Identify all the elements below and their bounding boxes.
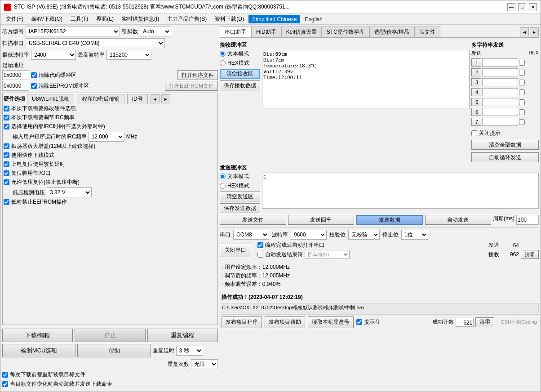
multi-hex-3[interactable] bbox=[519, 80, 525, 85]
multi-hex-6[interactable] bbox=[519, 109, 525, 115]
clear-success-button[interactable]: 清零 bbox=[475, 317, 494, 327]
menu-tools[interactable]: 工具(T) bbox=[67, 14, 92, 24]
multi-input-7[interactable] bbox=[482, 118, 518, 126]
recv-textarea[interactable]: Dis:89cm Dis:7cm Temperature:18.3℃ Volt:… bbox=[262, 50, 470, 108]
hw-check-7[interactable] bbox=[4, 179, 9, 185]
check-reload[interactable] bbox=[2, 372, 8, 378]
send-text-radio[interactable] bbox=[220, 174, 226, 179]
pin-select[interactable]: Auto bbox=[140, 27, 171, 36]
auto-loop-button[interactable]: 自动循环发送 bbox=[471, 152, 539, 162]
reprogram-button[interactable]: 重复编程 bbox=[147, 329, 218, 342]
multi-input-1[interactable] bbox=[482, 58, 518, 67]
read-hw-button[interactable]: 读取本机硬盘号 bbox=[308, 316, 354, 328]
download-button[interactable]: 下载/编程 bbox=[2, 329, 73, 342]
save-recv-button[interactable]: 保存接收数据 bbox=[220, 80, 260, 90]
send-return-button[interactable]: 发送回车 bbox=[288, 215, 355, 225]
minimize-button[interactable]: — bbox=[507, 3, 515, 11]
clear-eeprom-check[interactable] bbox=[31, 83, 37, 89]
hw-tab2[interactable]: 程序加密后传输 bbox=[77, 94, 124, 104]
menu-simplified-chinese[interactable]: Simplified Chinese bbox=[248, 15, 300, 23]
auto-open-check[interactable] bbox=[257, 242, 263, 248]
menu-file[interactable]: 文件(F) bbox=[2, 14, 27, 24]
hw-check-0[interactable] bbox=[4, 106, 9, 111]
hw-check-3[interactable] bbox=[4, 143, 9, 149]
port-select[interactable]: COM8 bbox=[233, 230, 269, 240]
hw-nav-right[interactable]: ► bbox=[161, 94, 170, 103]
hw-nav-left[interactable]: ◄ bbox=[151, 94, 160, 103]
multi-send-btn-7[interactable]: 7 bbox=[471, 118, 481, 126]
menu-supply[interactable]: 实时供货信息(I) bbox=[118, 14, 163, 24]
multi-hex-4[interactable] bbox=[519, 89, 525, 95]
publish-button[interactable]: 发布项目程序 bbox=[222, 316, 262, 328]
open-eeprom-button[interactable]: 打开EEPROM文件 bbox=[165, 81, 218, 91]
tab-nav-right[interactable]: ► bbox=[530, 27, 539, 36]
multi-input-3[interactable] bbox=[482, 78, 518, 86]
send-file-button[interactable]: 发送文件 bbox=[220, 215, 286, 225]
save-send-button[interactable]: 保存发送数据 bbox=[220, 203, 260, 213]
hw-tab3[interactable]: ID号 bbox=[127, 94, 148, 104]
multi-input-6[interactable] bbox=[482, 108, 518, 116]
menu-program[interactable]: 编程/下载(O) bbox=[28, 14, 66, 24]
recv-text-radio[interactable] bbox=[220, 51, 226, 57]
auto-send-button[interactable]: 自动发送 bbox=[425, 215, 492, 225]
close-button[interactable]: ✕ bbox=[529, 3, 537, 11]
tab-serial[interactable]: 串口助手 bbox=[220, 27, 251, 37]
multi-hex-2[interactable] bbox=[519, 70, 525, 76]
multi-input-4[interactable] bbox=[482, 88, 518, 96]
send-textarea[interactable]: C bbox=[262, 173, 539, 209]
menu-ui[interactable]: 界面(L) bbox=[93, 14, 117, 24]
multi-send-btn-6[interactable]: 6 bbox=[471, 108, 481, 116]
detect-button[interactable]: 检测MCU选项 bbox=[2, 344, 75, 357]
stopbit-select[interactable]: 1位 bbox=[401, 230, 428, 240]
menu-english[interactable]: English bbox=[301, 15, 326, 23]
max-baud-select[interactable]: 115200 bbox=[106, 50, 151, 60]
addr2-input[interactable] bbox=[2, 81, 29, 91]
tab-hid[interactable]: HID助手 bbox=[251, 27, 281, 37]
multi-input-5[interactable] bbox=[482, 98, 518, 106]
tab-nav-left[interactable]: ◄ bbox=[520, 27, 529, 36]
baud-select[interactable]: 9600 bbox=[291, 230, 327, 240]
tab-math[interactable]: STC硬件数学库 bbox=[322, 27, 369, 37]
multi-hex-5[interactable] bbox=[519, 99, 525, 105]
hw-check-5[interactable] bbox=[4, 161, 9, 167]
open-prog-button[interactable]: 打开程序文件 bbox=[177, 70, 218, 80]
help-button[interactable]: 帮助 bbox=[77, 344, 151, 357]
repeat-delay-select[interactable]: 3 秒 bbox=[176, 346, 203, 356]
multi-send-btn-2[interactable]: 2 bbox=[471, 68, 481, 76]
parity-select[interactable]: 无校验 bbox=[348, 230, 380, 240]
addr1-input[interactable] bbox=[2, 70, 29, 80]
sound-check[interactable] bbox=[356, 319, 362, 325]
close-tip-check[interactable] bbox=[471, 130, 477, 136]
send-data-button[interactable]: 发送数据 bbox=[356, 215, 423, 225]
repeat-count-select[interactable]: 无限 bbox=[191, 359, 218, 369]
close-port-button[interactable]: 关闭串口 bbox=[220, 244, 251, 257]
clear-send-button[interactable]: 清空发送区 bbox=[220, 192, 260, 201]
clear-count-button[interactable]: 清零 bbox=[521, 250, 539, 259]
multi-send-btn-3[interactable]: 3 bbox=[471, 78, 481, 86]
menu-download[interactable]: 资料下载(D) bbox=[211, 14, 248, 24]
hw-tab1[interactable]: U8W/Link1脱机 bbox=[27, 94, 74, 104]
hw-check-6[interactable] bbox=[4, 170, 9, 176]
multi-send-btn-1[interactable]: 1 bbox=[471, 58, 481, 67]
multi-hex-1[interactable] bbox=[519, 60, 525, 66]
menu-ads[interactable]: 主力产品广告(S) bbox=[164, 14, 210, 24]
chip-select[interactable]: IAP15F2K61S2 bbox=[26, 27, 120, 36]
auto-send-end-check[interactable] bbox=[257, 252, 263, 258]
send-hex-radio[interactable] bbox=[220, 183, 226, 189]
hw-check-1[interactable] bbox=[4, 115, 9, 120]
scan-select[interactable]: USB-SERIAL CH340 (COM8) bbox=[26, 38, 165, 48]
check-auto-load[interactable] bbox=[2, 381, 8, 387]
multi-input-2[interactable] bbox=[482, 68, 518, 76]
auto-send-end-select[interactable]: 回车符(\r) bbox=[305, 250, 350, 259]
period-input[interactable] bbox=[516, 215, 539, 225]
clear-recv-button[interactable]: 清空接收区 bbox=[220, 69, 260, 79]
hw-check-4[interactable] bbox=[4, 152, 9, 158]
hw-check-8[interactable] bbox=[4, 199, 9, 205]
clear-code-check[interactable] bbox=[31, 72, 37, 78]
irc-select[interactable]: 12.000 bbox=[89, 132, 124, 142]
maximize-button[interactable]: □ bbox=[518, 3, 526, 11]
tab-selection[interactable]: 选型/价格/样品 bbox=[369, 27, 415, 37]
clear-all-button[interactable]: 清空全部数据 bbox=[471, 140, 539, 150]
publish-help-button[interactable]: 发布项目帮助 bbox=[265, 316, 305, 328]
stop-button[interactable]: 停止 bbox=[75, 329, 145, 342]
